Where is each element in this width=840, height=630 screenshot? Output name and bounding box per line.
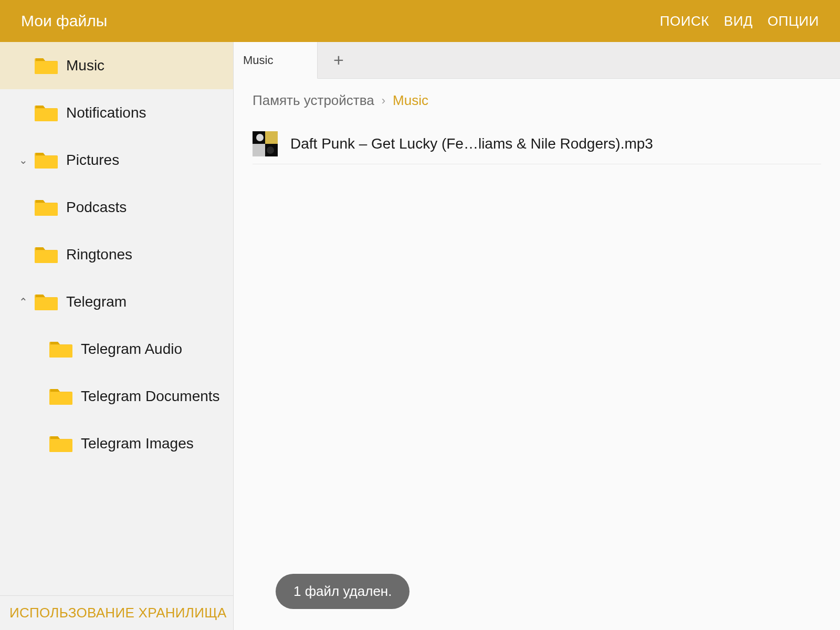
folder-icon	[35, 198, 58, 217]
svg-point-12	[256, 134, 264, 141]
breadcrumb-current[interactable]: Music	[393, 92, 428, 109]
folder-icon	[35, 56, 58, 75]
svg-rect-2	[35, 156, 58, 169]
storage-usage-button[interactable]: ИСПОЛЬЗОВАНИЕ ХРАНИЛИЩА	[0, 595, 233, 630]
folder-icon	[35, 292, 58, 311]
sidebar: Music Notifications⌄ Pictures Podcasts R…	[0, 42, 234, 630]
app-header: Мои файлы ПОИСК ВИД ОПЦИИ	[0, 0, 840, 42]
toast-message: 1 файл удален.	[276, 574, 410, 609]
sidebar-item-label: Pictures	[66, 152, 119, 169]
plus-icon: +	[333, 50, 344, 70]
svg-rect-7	[49, 392, 72, 405]
chevron-down-icon[interactable]: ⌄	[19, 154, 28, 166]
search-action[interactable]: ПОИСК	[660, 13, 709, 29]
svg-rect-4	[35, 250, 58, 263]
sidebar-item-label: Notifications	[66, 104, 146, 121]
chevron-up-icon[interactable]: ⌃	[19, 296, 28, 308]
sidebar-item-notifications[interactable]: Notifications	[0, 89, 233, 136]
sidebar-item-label: Podcasts	[66, 199, 127, 216]
sidebar-item-label: Music	[66, 57, 104, 74]
breadcrumb: Память устройства › Music	[234, 79, 840, 118]
svg-rect-11	[253, 144, 265, 156]
svg-rect-5	[35, 298, 58, 310]
sidebar-item-label: Telegram Documents	[81, 388, 220, 405]
folder-icon	[49, 434, 72, 453]
tab-bar: Music +	[234, 42, 840, 79]
folder-icon	[49, 340, 72, 359]
header-actions: ПОИСК ВИД ОПЦИИ	[660, 13, 819, 29]
view-action[interactable]: ВИД	[724, 13, 753, 29]
file-row[interactable]: Daft Punk – Get Lucky (Fe…liams & Nile R…	[253, 123, 821, 164]
tab-music[interactable]: Music	[234, 42, 318, 79]
sidebar-item-ringtones[interactable]: Ringtones	[0, 231, 233, 278]
chevron-right-icon: ›	[382, 94, 385, 108]
folder-icon	[35, 151, 58, 170]
app-title: Мои файлы	[21, 12, 107, 30]
sidebar-item-telegram-images[interactable]: Telegram Images	[0, 420, 233, 467]
sidebar-item-podcasts[interactable]: Podcasts	[0, 184, 233, 231]
main-pane: Music + Память устройства › Music Daft P…	[234, 42, 840, 630]
sidebar-item-label: Telegram	[66, 293, 127, 310]
folder-icon	[49, 387, 72, 406]
sidebar-item-telegram[interactable]: ⌃ Telegram	[0, 278, 233, 326]
options-action[interactable]: ОПЦИИ	[768, 13, 819, 29]
sidebar-item-music[interactable]: Music	[0, 42, 233, 89]
svg-rect-1	[35, 109, 58, 121]
sidebar-item-label: Ringtones	[66, 246, 132, 263]
sidebar-item-label: Telegram Images	[81, 435, 194, 452]
sidebar-item-pictures[interactable]: ⌄ Pictures	[0, 136, 233, 184]
breadcrumb-parent[interactable]: Память устройства	[253, 92, 374, 109]
sidebar-item-label: Telegram Audio	[81, 341, 182, 358]
svg-rect-6	[49, 345, 72, 358]
svg-point-13	[267, 146, 274, 154]
folder-icon	[35, 103, 58, 122]
svg-rect-10	[265, 131, 278, 144]
album-art-icon	[253, 131, 278, 156]
file-list: Daft Punk – Get Lucky (Fe…liams & Nile R…	[234, 118, 840, 170]
folder-icon	[35, 245, 58, 264]
svg-rect-3	[35, 203, 58, 216]
add-tab-button[interactable]: +	[318, 42, 360, 78]
svg-rect-0	[35, 61, 58, 74]
file-name: Daft Punk – Get Lucky (Fe…liams & Nile R…	[290, 135, 653, 152]
svg-rect-8	[49, 439, 72, 452]
sidebar-item-telegram-documents[interactable]: Telegram Documents	[0, 373, 233, 420]
sidebar-item-telegram-audio[interactable]: Telegram Audio	[0, 326, 233, 373]
